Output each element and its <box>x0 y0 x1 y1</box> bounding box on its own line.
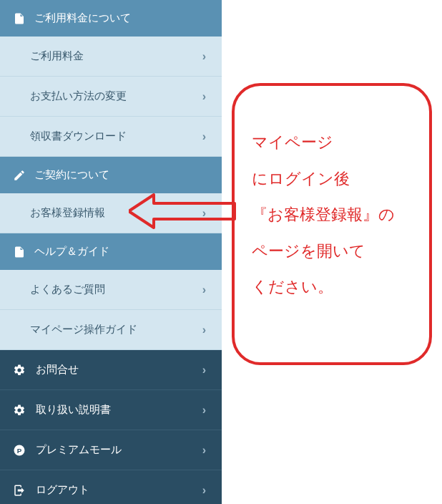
instruction-callout: マイページ にログイン後 『お客様登録報』の ページを開いて ください。 <box>232 83 432 365</box>
chevron-right-icon: › <box>202 444 206 457</box>
callout-line: ページを開いて <box>252 233 412 270</box>
subitem-label: ご利用料金 <box>30 49 84 63</box>
darkitem-logout[interactable]: ログアウト › <box>0 470 222 504</box>
darkitem-label: ログアウト <box>36 483 89 497</box>
section-header-help-label: ヘルプ＆ガイド <box>34 245 109 258</box>
darkitem-label: お問合せ <box>36 363 79 377</box>
gear-icon <box>13 404 26 417</box>
darkitem-premium-mall[interactable]: P プレミアムモール › <box>0 430 222 470</box>
logout-icon <box>13 484 26 497</box>
p-circle-icon: P <box>13 444 26 457</box>
chevron-right-icon: › <box>202 130 206 143</box>
chevron-right-icon: › <box>202 484 206 497</box>
subitem-label: 領収書ダウンロード <box>30 130 127 143</box>
subitem-mypage-guide[interactable]: マイページ操作ガイド › <box>0 310 222 350</box>
gear-icon <box>13 364 26 377</box>
file-icon <box>13 246 26 258</box>
file-icon <box>13 12 26 25</box>
darkitem-label: 取り扱い説明書 <box>36 403 111 417</box>
pencil-icon <box>13 169 26 182</box>
section-header-fees-label: ご利用料金について <box>34 11 131 25</box>
darkitem-contact[interactable]: お問合せ › <box>0 350 222 390</box>
subitem-receipt-download[interactable]: 領収書ダウンロード › <box>0 117 222 157</box>
chevron-right-icon: › <box>202 284 206 296</box>
subitem-faq[interactable]: よくあるご質問 › <box>0 270 222 310</box>
section-header-contract: ご契約について <box>0 157 222 193</box>
subitem-payment-change[interactable]: お支払い方法の変更 › <box>0 77 222 117</box>
svg-text:P: P <box>17 446 22 454</box>
section-header-fees: ご利用料金について <box>0 0 222 37</box>
chevron-right-icon: › <box>202 364 206 377</box>
subitem-label: お客様登録情報 <box>30 206 105 220</box>
callout-line: にログイン後 <box>252 161 412 198</box>
subitem-customer-info[interactable]: お客様登録情報 › <box>0 193 222 233</box>
chevron-right-icon: › <box>202 404 206 417</box>
chevron-right-icon: › <box>202 90 206 103</box>
subitem-label: お支払い方法の変更 <box>30 89 127 103</box>
section-header-contract-label: ご契約について <box>34 168 109 182</box>
subitem-label: よくあるご質問 <box>30 283 105 296</box>
subitem-usage-fee[interactable]: ご利用料金 › <box>0 37 222 77</box>
section-header-help: ヘルプ＆ガイド <box>0 233 222 270</box>
chevron-right-icon: › <box>202 207 206 220</box>
chevron-right-icon: › <box>202 324 206 336</box>
callout-line: 『お客様登録報』の <box>252 197 412 233</box>
darkitem-label: プレミアムモール <box>36 443 122 457</box>
callout-line: ください。 <box>252 269 412 306</box>
callout-line: マイページ <box>252 125 412 161</box>
chevron-right-icon: › <box>202 50 206 63</box>
subitem-label: マイページ操作ガイド <box>30 323 137 336</box>
darkitem-manual[interactable]: 取り扱い説明書 › <box>0 390 222 430</box>
sidebar: ご利用料金について ご利用料金 › お支払い方法の変更 › 領収書ダウンロード … <box>0 0 222 504</box>
